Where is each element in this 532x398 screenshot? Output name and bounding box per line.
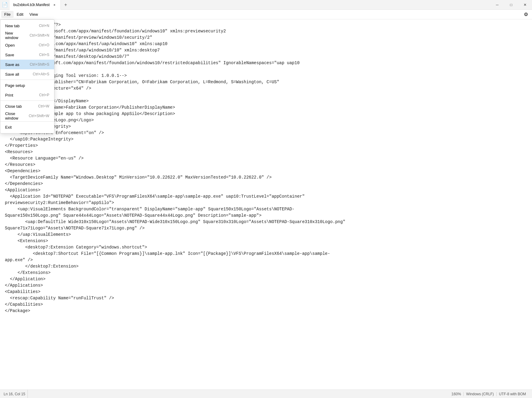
new-tab-button[interactable]: +: [61, 0, 70, 10]
tab-close-button[interactable]: ×: [52, 2, 57, 7]
separator-2: [0, 100, 54, 101]
print-label: Print: [5, 93, 13, 97]
save-all-label: Save all: [5, 72, 19, 77]
menu-item-exit[interactable]: Exit: [0, 122, 54, 132]
file-dropdown-menu: New tab Ctrl+N New window Ctrl+Shift+N O…: [0, 19, 54, 133]
window-controls: ─ □ ✕: [490, 0, 532, 10]
menu-item-print[interactable]: Print Ctrl+P: [0, 90, 54, 100]
menu-view[interactable]: View: [26, 11, 41, 18]
menu-edit[interactable]: Edit: [14, 11, 26, 18]
app-icon: 📄: [0, 0, 10, 10]
open-label: Open: [5, 43, 15, 48]
menu-item-open[interactable]: Open Ctrl+O: [0, 40, 54, 50]
new-tab-label: New tab: [5, 24, 20, 28]
menu-item-new-window[interactable]: New window Ctrl+Shift+N: [0, 31, 54, 40]
save-all-shortcut: Ctrl+Alt+S: [33, 72, 49, 76]
menu-item-new-tab[interactable]: New tab Ctrl+N: [0, 21, 54, 31]
save-label: Save: [5, 53, 14, 57]
close-window-shortcut: Ctrl+Shift+W: [29, 114, 49, 118]
titlebar: 📄 bu2xbkv4.b3r.Manifest × + ─ □ ✕: [0, 0, 532, 10]
close-tab-shortcut: Ctrl+W: [38, 104, 49, 108]
new-tab-shortcut: Ctrl+N: [39, 24, 49, 28]
tab-area: bu2xbkv4.b3r.Manifest × +: [10, 0, 250, 9]
tab-title: bu2xbkv4.b3r.Manifest: [13, 3, 50, 7]
restore-button[interactable]: □: [504, 0, 518, 10]
print-shortcut: Ctrl+P: [39, 93, 49, 97]
menu-item-page-setup[interactable]: Page setup: [0, 81, 54, 90]
minimize-button[interactable]: ─: [490, 0, 504, 10]
save-shortcut: Ctrl+S: [39, 53, 49, 57]
menubar: File Edit View ⚙: [0, 10, 532, 19]
page-setup-label: Page setup: [5, 83, 25, 88]
menu-item-save-all[interactable]: Save all Ctrl+Alt+S: [0, 69, 54, 79]
menu-file[interactable]: File: [1, 11, 14, 18]
save-as-shortcut: Ctrl+Shift+S: [30, 62, 49, 67]
close-tab-label: Close tab: [5, 104, 22, 109]
zoom-level[interactable]: 160%: [452, 392, 464, 396]
statusbar: Ln 16, Col 15 160% Windows (CRLF) UTF-8 …: [0, 390, 532, 398]
statusbar-right: 160% Windows (CRLF) UTF-8 with BOM: [452, 392, 528, 396]
separator-1: [0, 80, 54, 80]
cursor-position: Ln 16, Col 15: [4, 390, 28, 398]
menu-item-close-tab[interactable]: Close tab Ctrl+W: [0, 101, 54, 111]
new-window-label: New window: [5, 31, 24, 40]
file-encoding[interactable]: UTF-8 with BOM: [496, 392, 528, 396]
close-window-label: Close window: [5, 111, 23, 120]
editor-content[interactable]: 0" encoding="utf-8"?> ttp://schemas.micr…: [0, 19, 532, 390]
separator-3: [0, 121, 54, 122]
active-tab[interactable]: bu2xbkv4.b3r.Manifest ×: [10, 0, 61, 10]
open-shortcut: Ctrl+O: [39, 43, 49, 47]
new-window-shortcut: Ctrl+Shift+N: [30, 33, 49, 38]
menu-item-save[interactable]: Save Ctrl+S: [0, 50, 54, 60]
close-button[interactable]: ✕: [518, 0, 532, 10]
menu-item-close-window[interactable]: Close window Ctrl+Shift+W: [0, 111, 54, 121]
settings-button[interactable]: ⚙: [521, 10, 531, 19]
save-as-label: Save as: [5, 62, 19, 67]
line-ending[interactable]: Windows (CRLF): [463, 392, 496, 396]
menu-item-save-as[interactable]: Save as Ctrl+Shift+S: [0, 60, 54, 69]
exit-label: Exit: [5, 125, 12, 130]
